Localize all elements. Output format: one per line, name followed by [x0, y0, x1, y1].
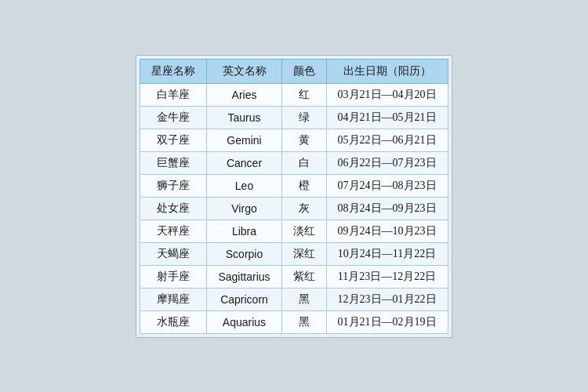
- table-row: 处女座Virgo灰08月24日—09月23日: [140, 197, 448, 220]
- cell-dates: 04月21日—05月21日: [326, 106, 448, 129]
- cell-color: 淡红: [281, 220, 326, 242]
- table-row: 摩羯座Capricorn黑12月23日—01月22日: [140, 288, 448, 310]
- cell-english-name: Virgo: [207, 197, 281, 220]
- cell-dates: 05月22日—06月21日: [326, 129, 448, 151]
- cell-color: 白: [281, 151, 326, 174]
- header-color: 颜色: [281, 59, 326, 83]
- cell-chinese-name: 天秤座: [140, 220, 207, 242]
- table-row: 金牛座Taurus绿04月21日—05月21日: [140, 106, 448, 129]
- cell-color: 深红: [281, 242, 326, 265]
- cell-chinese-name: 双子座: [140, 129, 207, 151]
- table-row: 狮子座Leo橙07月24日—08月23日: [140, 174, 448, 197]
- cell-chinese-name: 白羊座: [140, 83, 207, 106]
- cell-chinese-name: 水瓶座: [140, 310, 207, 333]
- cell-color: 黄: [281, 129, 326, 151]
- cell-dates: 12月23日—01月22日: [326, 288, 448, 310]
- cell-chinese-name: 狮子座: [140, 174, 207, 197]
- cell-dates: 11月23日—12月22日: [326, 265, 448, 288]
- table-row: 巨蟹座Cancer白06月22日—07月23日: [140, 151, 448, 174]
- cell-chinese-name: 射手座: [140, 265, 207, 288]
- cell-color: 黑: [281, 310, 326, 333]
- cell-english-name: Leo: [207, 174, 281, 197]
- zodiac-table: 星座名称 英文名称 颜色 出生日期（阳历） 白羊座Aries红03月21日—04…: [140, 59, 448, 334]
- table-header-row: 星座名称 英文名称 颜色 出生日期（阳历）: [140, 59, 448, 83]
- cell-color: 黑: [281, 288, 326, 310]
- cell-english-name: Sagittarius: [207, 265, 281, 288]
- table-row: 双子座Gemini黄05月22日—06月21日: [140, 129, 448, 151]
- cell-color: 绿: [281, 106, 326, 129]
- table-row: 白羊座Aries红03月21日—04月20日: [140, 83, 448, 106]
- cell-color: 红: [281, 83, 326, 106]
- cell-color: 紫红: [281, 265, 326, 288]
- zodiac-table-container: 星座名称 英文名称 颜色 出生日期（阳历） 白羊座Aries红03月21日—04…: [136, 55, 452, 338]
- cell-dates: 10月24日—11月22日: [326, 242, 448, 265]
- cell-english-name: Capricorn: [207, 288, 281, 310]
- table-row: 射手座Sagittarius紫红11月23日—12月22日: [140, 265, 448, 288]
- cell-chinese-name: 摩羯座: [140, 288, 207, 310]
- cell-english-name: Taurus: [207, 106, 281, 129]
- cell-english-name: Scorpio: [207, 242, 281, 265]
- cell-color: 灰: [281, 197, 326, 220]
- table-row: 天蝎座Scorpio深红10月24日—11月22日: [140, 242, 448, 265]
- cell-dates: 03月21日—04月20日: [326, 83, 448, 106]
- table-row: 水瓶座Aquarius黑01月21日—02月19日: [140, 310, 448, 333]
- cell-chinese-name: 金牛座: [140, 106, 207, 129]
- cell-color: 橙: [281, 174, 326, 197]
- header-chinese-name: 星座名称: [140, 59, 207, 83]
- cell-chinese-name: 巨蟹座: [140, 151, 207, 174]
- cell-english-name: Libra: [207, 220, 281, 242]
- cell-chinese-name: 处女座: [140, 197, 207, 220]
- cell-dates: 08月24日—09月23日: [326, 197, 448, 220]
- table-body: 白羊座Aries红03月21日—04月20日金牛座Taurus绿04月21日—0…: [140, 83, 448, 333]
- table-row: 天秤座Libra淡红09月24日—10月23日: [140, 220, 448, 242]
- cell-dates: 09月24日—10月23日: [326, 220, 448, 242]
- cell-english-name: Aries: [207, 83, 281, 106]
- cell-dates: 06月22日—07月23日: [326, 151, 448, 174]
- header-dates: 出生日期（阳历）: [326, 59, 448, 83]
- cell-dates: 01月21日—02月19日: [326, 310, 448, 333]
- cell-english-name: Gemini: [207, 129, 281, 151]
- header-english-name: 英文名称: [207, 59, 281, 83]
- cell-chinese-name: 天蝎座: [140, 242, 207, 265]
- cell-dates: 07月24日—08月23日: [326, 174, 448, 197]
- cell-english-name: Aquarius: [207, 310, 281, 333]
- cell-english-name: Cancer: [207, 151, 281, 174]
